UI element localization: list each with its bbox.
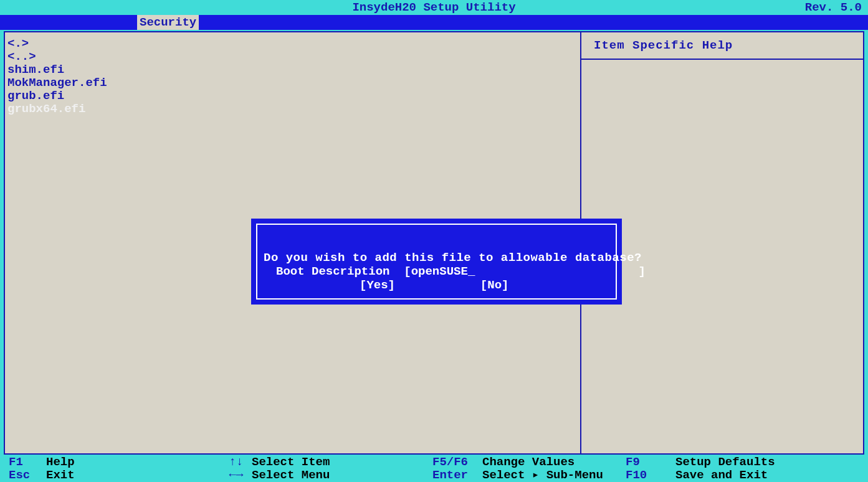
boot-description-row: Boot Description [openSUSE_ ]	[260, 265, 613, 278]
key-esc: Esc	[9, 469, 46, 482]
list-item[interactable]: shim.efi	[7, 64, 578, 77]
footer-row-1: F1 Help ↑↓ Select Item F5/F6 Change Valu…	[9, 456, 868, 469]
list-item-selected[interactable]: grubx64.efi	[7, 103, 578, 116]
footer-help-bar: F1 Help ↑↓ Select Item F5/F6 Change Valu…	[0, 456, 868, 482]
boot-description-label: Boot Description	[276, 265, 389, 278]
key-f9: F9	[626, 456, 675, 469]
action-save-exit: Save and Exit	[675, 469, 768, 482]
app-title: InsydeH20 Setup Utility	[352, 1, 515, 14]
dialog-title	[260, 229, 613, 242]
boot-description-input[interactable]: openSUSE	[411, 265, 468, 278]
action-select-menu: Select Menu	[252, 469, 432, 482]
tab-security[interactable]: Security	[137, 15, 199, 30]
action-setup-defaults: Setup Defaults	[675, 456, 775, 469]
yes-button[interactable]: [Yes]	[360, 278, 395, 292]
action-change-values: Change Values	[482, 456, 626, 469]
dialog-question: Do you wish to add this file to allowabl…	[260, 251, 613, 265]
action-select-item: Select Item	[252, 456, 432, 469]
key-f1: F1	[9, 456, 46, 469]
key-f10: F10	[626, 469, 675, 482]
key-leftright: ←→	[221, 469, 252, 482]
list-item[interactable]: <..>	[7, 50, 578, 64]
footer-row-2: Esc Exit ←→ Select Menu Enter Select ▸ S…	[9, 469, 868, 482]
help-title: Item Specific Help	[581, 32, 863, 60]
title-bar: InsydeH20 Setup Utility Rev. 5.0	[0, 0, 868, 15]
menu-bar: Security	[0, 15, 868, 30]
bios-screen: InsydeH20 Setup Utility Rev. 5.0 Securit…	[0, 0, 868, 482]
list-item[interactable]: <.>	[7, 37, 578, 50]
help-pane: Item Specific Help	[581, 32, 863, 453]
key-f5f6: F5/F6	[432, 456, 482, 469]
list-item[interactable]: MokManager.efi	[7, 77, 578, 90]
list-item[interactable]: grub.efi	[7, 90, 578, 103]
key-enter: Enter	[432, 469, 482, 482]
file-list[interactable]: <.> <..> shim.efi MokManager.efi grub.ef…	[7, 37, 578, 116]
no-button[interactable]: [No]	[480, 278, 509, 292]
action-help: Help	[46, 456, 221, 469]
key-updown: ↑↓	[221, 456, 252, 469]
text-cursor: _	[468, 265, 475, 278]
revision-label: Rev. 5.0	[805, 0, 862, 15]
action-submenu: Select ▸ Sub-Menu	[482, 469, 626, 482]
confirm-dialog: Do you wish to add this file to allowabl…	[251, 219, 622, 305]
action-exit: Exit	[46, 469, 221, 482]
dialog-buttons: [Yes] [No]	[260, 278, 613, 292]
dialog-inner: Do you wish to add this file to allowabl…	[256, 224, 617, 300]
